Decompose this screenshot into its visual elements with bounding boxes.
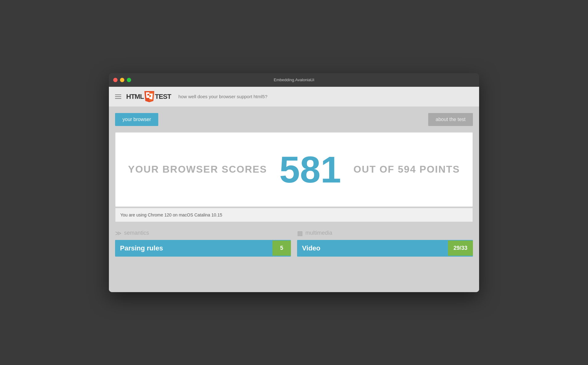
logo: HTML TEST [126,91,171,102]
category-multimedia: ▩ multimedia Video 29/33 [297,229,473,257]
logo-html-text: HTML [126,93,144,101]
score-card: YOUR BROWSER SCORES 581 OUT OF 594 POINT… [115,132,473,207]
video-label: Video [297,240,448,257]
category-semantics-header: ≫ semantics [115,229,291,237]
category-multimedia-header: ▩ multimedia [297,229,473,237]
score-label-left: YOUR BROWSER SCORES [128,164,267,175]
multimedia-video-item: Video 29/33 [297,240,473,257]
about-test-button[interactable]: about the test [428,113,473,126]
score-number: 581 [280,151,341,188]
navbar: HTML TEST how well does your browser sup… [109,87,479,107]
titlebar: Embedding.AvaloniaUi [109,73,479,87]
browser-content: HTML TEST how well does your browser sup… [109,87,479,292]
close-button[interactable] [113,78,118,82]
traffic-lights [113,78,131,82]
minimize-button[interactable] [120,78,124,82]
semantics-icon: ≫ [115,229,122,237]
window-title: Embedding.AvaloniaUi [274,78,314,82]
hamburger-menu-icon[interactable] [115,94,121,99]
browser-info-text: You are using Chrome 120 on macOS Catali… [120,212,222,217]
nav-subtitle: how well does your browser support html5… [178,94,267,99]
semantics-label: semantics [124,230,149,236]
maximize-button[interactable] [127,78,131,82]
score-label-right: OUT OF 594 POINTS [354,164,460,175]
html5-shield-icon [144,91,154,102]
logo-test-text: TEST [155,93,171,101]
categories-row: ≫ semantics Parsing rules 5 ▩ multimedia [115,229,473,257]
browser-window: Embedding.AvaloniaUi HTML TEST [109,73,479,292]
video-score: 29/33 [448,241,473,256]
multimedia-label: multimedia [305,230,332,236]
category-semantics: ≫ semantics Parsing rules 5 [115,229,291,257]
button-row: your browser about the test [115,113,473,126]
parsing-rules-score: 5 [272,241,291,256]
multimedia-icon: ▩ [297,229,303,237]
parsing-rules-label: Parsing rules [115,240,272,257]
your-browser-button[interactable]: your browser [115,113,158,126]
semantics-parsing-rules-item: Parsing rules 5 [115,240,291,257]
page-content: your browser about the test YOUR BROWSER… [109,107,479,292]
browser-info-bar: You are using Chrome 120 on macOS Catali… [115,208,473,222]
